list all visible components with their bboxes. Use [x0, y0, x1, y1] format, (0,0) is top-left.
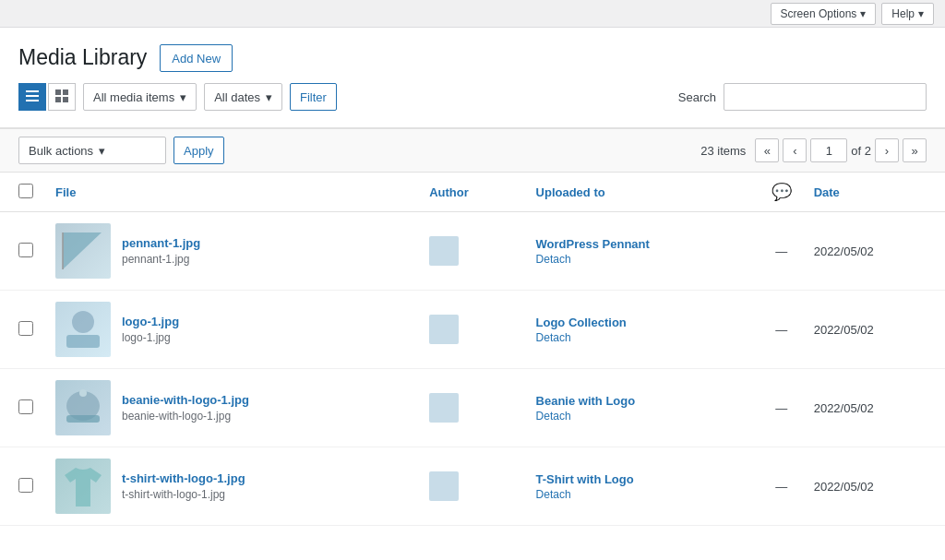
view-toggle	[18, 83, 76, 111]
file-column-header[interactable]: File	[44, 173, 418, 212]
row-checkbox-cell	[0, 447, 44, 526]
comment-cell: —	[760, 447, 803, 526]
date-cell: 2022/05/02	[803, 369, 945, 447]
list-icon	[25, 89, 40, 106]
bulk-actions-select[interactable]: Bulk actions ▾	[18, 137, 166, 164]
table-row: logo-1.jpg logo-1.jpg Logo Collection De…	[0, 291, 945, 369]
row-checkbox[interactable]	[18, 478, 33, 493]
detach-link[interactable]: Detach	[536, 410, 749, 423]
svg-rect-2	[26, 100, 39, 101]
select-all-checkbox[interactable]	[18, 184, 33, 198]
file-thumbnail	[55, 459, 111, 514]
svg-rect-3	[55, 89, 61, 95]
uploaded-to-link[interactable]: T-Shirt with Logo	[536, 472, 634, 486]
first-page-button[interactable]: «	[755, 138, 779, 162]
row-checkbox[interactable]	[18, 243, 33, 257]
media-table: File Author Uploaded to 💬 Date pennant-1…	[0, 173, 945, 526]
comment-bubble-icon: 💬	[772, 183, 792, 201]
file-name-sub: beanie-with-logo-1.jpg	[122, 410, 231, 423]
items-count: 23 items	[700, 144, 746, 158]
date-filter-label: All dates	[214, 90, 260, 104]
author-column-header[interactable]: Author	[418, 173, 524, 212]
svg-rect-5	[55, 97, 61, 102]
apply-button[interactable]: Apply	[173, 137, 224, 164]
date-column-header[interactable]: Date	[803, 173, 945, 212]
top-bar: Screen Options ▾ Help ▾	[0, 0, 945, 28]
svg-rect-6	[63, 97, 68, 102]
grid-view-button[interactable]	[48, 83, 76, 111]
file-cell: beanie-with-logo-1.jpg beanie-with-logo-…	[44, 369, 418, 447]
search-input[interactable]	[724, 83, 927, 111]
help-button[interactable]: Help ▾	[881, 3, 934, 25]
comment-column-header: 💬	[760, 173, 803, 212]
svg-rect-1	[26, 95, 39, 97]
file-name-link[interactable]: pennant-1.jpg	[122, 236, 200, 250]
next-page-button[interactable]: ›	[875, 138, 899, 162]
detach-link[interactable]: Detach	[536, 488, 749, 501]
table-row: beanie-with-logo-1.jpg beanie-with-logo-…	[0, 369, 945, 447]
select-all-header	[0, 173, 44, 212]
media-type-filter[interactable]: All media items ▾	[83, 83, 197, 111]
page-header: Media Library Add New	[0, 28, 945, 83]
svg-point-9	[72, 311, 94, 333]
row-checkbox[interactable]	[18, 399, 33, 414]
file-thumbnail	[55, 302, 111, 357]
pagination: 23 items « ‹ of 2 › »	[700, 138, 927, 162]
chevron-down-icon: ▾	[266, 90, 272, 104]
last-page-button[interactable]: »	[903, 138, 927, 162]
file-name-link[interactable]: t-shirt-with-logo-1.jpg	[122, 471, 245, 485]
chevron-down-icon: ▾	[99, 144, 105, 158]
comment-cell: —	[760, 291, 803, 369]
list-view-button[interactable]	[18, 83, 46, 111]
file-name-sub: pennant-1.jpg	[122, 253, 189, 266]
grid-icon	[54, 89, 69, 106]
svg-rect-10	[66, 335, 100, 348]
comment-cell: —	[760, 369, 803, 447]
apply-label: Apply	[184, 144, 214, 158]
file-thumbnail	[55, 380, 111, 435]
author-cell	[418, 447, 524, 526]
detach-link[interactable]: Detach	[536, 253, 749, 266]
uploaded-to-link[interactable]: Logo Collection	[536, 316, 627, 329]
add-new-label: Add New	[172, 52, 221, 66]
table-row: pennant-1.jpg pennant-1.jpg WordPress Pe…	[0, 212, 945, 291]
author-cell	[418, 291, 524, 369]
screen-options-button[interactable]: Screen Options ▾	[771, 3, 877, 25]
add-new-button[interactable]: Add New	[160, 44, 233, 72]
file-name-sub: logo-1.jpg	[122, 331, 171, 344]
chevron-down-icon: ▾	[860, 7, 866, 20]
author-avatar	[429, 471, 459, 501]
row-checkbox-cell	[0, 212, 44, 291]
of-pages: of 2	[851, 144, 871, 158]
date-filter[interactable]: All dates ▾	[204, 83, 282, 111]
svg-rect-4	[63, 89, 68, 95]
uploaded-to-cell: Beanie with Logo Detach	[525, 369, 760, 447]
help-label: Help	[891, 7, 915, 20]
file-thumbnail	[55, 223, 111, 279]
search-label: Search	[678, 90, 716, 104]
chevron-down-icon: ▾	[918, 7, 924, 20]
search-area: Search	[678, 83, 927, 111]
uploaded-to-column-header[interactable]: Uploaded to	[525, 173, 760, 212]
author-avatar	[429, 315, 459, 344]
uploaded-to-link[interactable]: Beanie with Logo	[536, 394, 636, 408]
uploaded-to-cell: Logo Collection Detach	[525, 291, 760, 369]
file-name-link[interactable]: logo-1.jpg	[122, 315, 179, 328]
file-name-sub: t-shirt-with-logo-1.jpg	[122, 488, 225, 501]
filter-button[interactable]: Filter	[290, 83, 337, 111]
prev-page-button[interactable]: ‹	[783, 138, 807, 162]
file-cell: t-shirt-with-logo-1.jpg t-shirt-with-log…	[44, 447, 418, 526]
page-title: Media Library	[18, 44, 147, 72]
uploaded-to-link[interactable]: WordPress Pennant	[536, 237, 650, 251]
row-checkbox-cell	[0, 291, 44, 369]
bulk-actions-label: Bulk actions	[29, 144, 93, 158]
file-name-link[interactable]: beanie-with-logo-1.jpg	[122, 393, 249, 407]
actions-bar: Bulk actions ▾ Apply 23 items « ‹ of 2 ›…	[0, 128, 945, 173]
file-cell: logo-1.jpg logo-1.jpg	[44, 291, 418, 369]
detach-link[interactable]: Detach	[536, 331, 749, 344]
filter-label: Filter	[300, 90, 327, 104]
page-number-input[interactable]	[810, 138, 847, 162]
file-cell: pennant-1.jpg pennant-1.jpg	[44, 212, 418, 291]
author-avatar	[429, 236, 459, 266]
row-checkbox[interactable]	[18, 321, 33, 336]
